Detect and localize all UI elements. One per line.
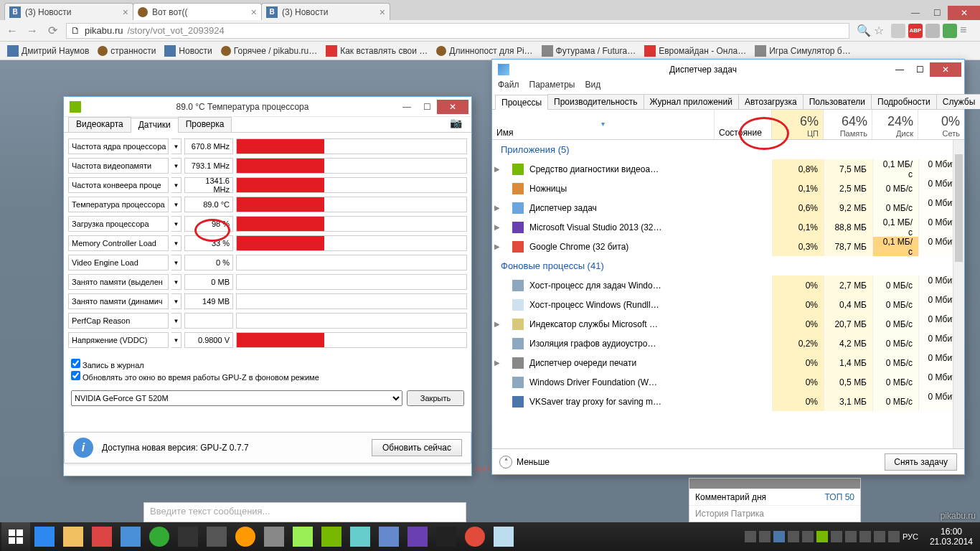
col-network[interactable]: 0% Сеть	[918, 110, 964, 139]
chevron-down-icon[interactable]: ▼	[171, 274, 182, 290]
close-icon[interactable]: ×	[380, 6, 385, 18]
chevron-down-icon[interactable]: ▼	[171, 313, 182, 329]
taskbar-taskmgr[interactable]	[489, 522, 518, 551]
bookmark-item[interactable]: Игра Симулятор б…	[752, 44, 854, 58]
tray-icon[interactable]	[859, 531, 871, 542]
taskbar-clock[interactable]: 16:00 21.03.2014	[924, 527, 979, 547]
expand-icon[interactable]: ▶	[492, 359, 502, 367]
tm-tab[interactable]: Службы	[936, 94, 980, 109]
minimize-button[interactable]: —	[397, 100, 417, 114]
reload-button[interactable]: ⟳	[46, 24, 59, 37]
end-task-button[interactable]: Снять задачу	[885, 453, 957, 471]
taskbar-ie[interactable]	[30, 522, 59, 551]
tray-icon[interactable]	[759, 531, 771, 542]
chevron-down-icon[interactable]: ▼	[171, 255, 182, 270]
tm-tab[interactable]: Производительность	[547, 94, 644, 109]
refresh-bg-checkbox[interactable]: Обновлять это окно во время работы GPU-Z…	[71, 371, 464, 382]
chevron-down-icon[interactable]: ▼	[171, 293, 182, 309]
bookmark-item[interactable]: Горячее / pikabu.ru…	[218, 44, 320, 57]
tab-sensors[interactable]: Датчики	[131, 118, 179, 133]
tm-tab[interactable]: Подробности	[871, 94, 937, 109]
taskbar-app[interactable]	[260, 522, 288, 551]
process-row[interactable]: Хост-процесс Windows (Rundll… 0% 0,4 МБ …	[492, 295, 964, 314]
menu-icon[interactable]: ≡	[960, 24, 974, 38]
menu-view[interactable]: Вид	[585, 80, 600, 94]
gpuz-titlebar[interactable]: 89.0 °C Температура процессора — ☐ ✕	[64, 97, 471, 117]
process-row[interactable]: Изоляция графов аудиоустро… 0,2% 4,2 МБ …	[492, 334, 964, 353]
taskbar-app[interactable]	[346, 522, 374, 551]
tm-tab[interactable]: Журнал приложений	[644, 94, 739, 109]
gpu-select[interactable]: NVIDIA GeForce GT 520M	[71, 390, 402, 406]
tray-icon[interactable]	[773, 531, 785, 542]
col-cpu[interactable]: 6% ЦП	[772, 110, 824, 139]
taskbar-aimp[interactable]	[231, 522, 260, 551]
bookmark-item[interactable]: Футурама / Futura…	[539, 44, 639, 58]
taskbar-app[interactable]	[374, 522, 403, 551]
expand-icon[interactable]: ▶	[492, 204, 502, 212]
process-row[interactable]: VKSaver tray proxy for saving m… 0% 3,1 …	[492, 392, 964, 411]
tab-validation[interactable]: Проверка	[178, 117, 232, 132]
maximize-button[interactable]: ☐	[417, 100, 437, 114]
browser-tab[interactable]: B (3) Новости ×	[4, 3, 133, 20]
taskbar-notepad[interactable]	[288, 522, 317, 551]
process-row[interactable]: Хост-процесс для задач Windo… 0% 2,7 МБ …	[492, 276, 964, 295]
chevron-down-icon[interactable]: ▼	[171, 216, 182, 232]
bookmark-star-icon[interactable]: ☆	[874, 24, 888, 38]
tray-icon[interactable]	[831, 531, 842, 542]
browser-tab[interactable]: Вот вот(( ×	[133, 3, 262, 20]
bookmark-item[interactable]: Евромайдан - Онла…	[641, 44, 749, 58]
chevron-down-icon[interactable]: ▼	[171, 235, 182, 251]
close-icon[interactable]: ×	[251, 6, 257, 18]
process-row[interactable]: ▶ Microsoft Visual Studio 2013 (32… 0,1%…	[492, 217, 964, 237]
process-row[interactable]: Windows Driver Foundation (W… 0% 0,5 МБ …	[492, 372, 964, 392]
forward-button[interactable]: →	[26, 24, 39, 37]
process-row[interactable]: ▶ Средство диагностики видеоа… 0,8% 7,5 …	[492, 159, 964, 179]
search-icon[interactable]: 🔍	[857, 24, 871, 38]
taskbar-app[interactable]	[202, 522, 231, 551]
browser-tab[interactable]: B (3) Новости ×	[261, 3, 390, 20]
extension-icon[interactable]	[943, 24, 957, 38]
tm-titlebar[interactable]: Диспетчер задач — ☐ ✕	[492, 60, 964, 80]
process-row[interactable]: ▶ Google Chrome (32 бита) 0,3% 78,7 МБ 0…	[492, 237, 964, 256]
scrollbar[interactable]	[953, 140, 964, 448]
scrollbar-thumb[interactable]	[955, 154, 963, 262]
close-button[interactable]: ✕	[948, 6, 980, 20]
minimize-button[interactable]: —	[905, 6, 926, 20]
tm-tab[interactable]: Автозагрузка	[738, 94, 804, 109]
expand-icon[interactable]: ▶	[492, 165, 502, 173]
close-button[interactable]: ✕	[930, 62, 961, 77]
bookmark-item[interactable]: Как вставлять свои …	[323, 44, 430, 58]
minimize-button[interactable]: —	[890, 62, 910, 77]
tray-icon[interactable]	[745, 531, 756, 542]
tray-icon[interactable]	[874, 531, 885, 542]
tab-videocard[interactable]: Видеокарта	[68, 117, 131, 132]
message-input[interactable]: Введите текст сообщения...	[143, 502, 466, 522]
chevron-down-icon[interactable]: ▼	[171, 197, 182, 212]
process-row[interactable]: ▶ Диспетчер очереди печати 0% 1,4 МБ 0 М…	[492, 353, 964, 372]
expand-icon[interactable]: ▶	[492, 320, 502, 328]
update-now-button[interactable]: Обновить сейчас	[372, 439, 462, 456]
taskbar-explorer[interactable]	[59, 522, 88, 551]
close-icon[interactable]: ×	[123, 6, 128, 18]
menu-file[interactable]: Файл	[498, 80, 519, 94]
close-button[interactable]: Закрыть	[407, 390, 464, 406]
taskbar-vs[interactable]	[403, 522, 432, 551]
taskbar-app[interactable]	[88, 522, 116, 551]
taskbar-chrome[interactable]	[461, 522, 489, 551]
col-disk[interactable]: 24% Диск	[872, 110, 918, 139]
bookmark-item[interactable]: Новости	[161, 44, 215, 58]
tray-icon[interactable]	[845, 531, 857, 542]
start-button[interactable]	[1, 522, 30, 551]
url-input[interactable]: 🗋 pikabu.ru/story/vot_vot_2093924	[66, 23, 849, 39]
taskbar-app[interactable]	[432, 522, 461, 551]
tray-icon[interactable]	[802, 531, 814, 542]
taskbar-app[interactable]	[116, 522, 145, 551]
chevron-down-icon[interactable]: ▼	[171, 158, 182, 174]
sidebar-top-link[interactable]: ТОП 50	[825, 492, 854, 502]
tm-tab[interactable]: Пользователи	[803, 94, 872, 109]
bookmark-item[interactable]: Длиннопост для Pi…	[433, 44, 535, 57]
extension-icon[interactable]	[891, 24, 905, 38]
col-name[interactable]: ▾ Имя	[492, 110, 715, 139]
chevron-down-icon[interactable]: ▼	[171, 138, 182, 154]
expand-icon[interactable]: ▶	[492, 242, 502, 250]
